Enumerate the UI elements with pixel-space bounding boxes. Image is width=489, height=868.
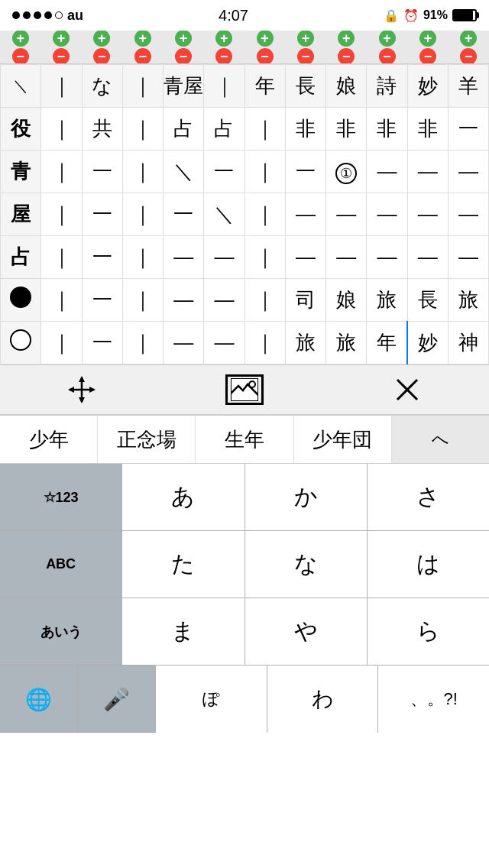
add-col-2[interactable]: + <box>53 31 70 47</box>
cell-6-1[interactable]: ｜ <box>41 322 82 364</box>
row-header-2[interactable]: 青 <box>1 151 41 193</box>
cell-6-4[interactable]: — <box>164 322 204 364</box>
key-na[interactable]: な <box>245 531 368 598</box>
header-cell-8[interactable]: 娘 <box>326 65 367 108</box>
key-ma[interactable]: ま <box>122 598 244 665</box>
header-cell-10[interactable]: 妙 <box>407 65 448 108</box>
cell-2-4[interactable]: ＼ <box>164 151 204 193</box>
close-button[interactable] <box>388 371 426 409</box>
suggestion-4[interactable]: 少年団 <box>294 416 392 463</box>
key-star123[interactable]: ☆123 <box>0 464 122 530</box>
col-ctrl-11[interactable]: + − <box>407 31 448 64</box>
cell-2-8[interactable]: ① <box>326 151 367 193</box>
col-ctrl-4[interactable]: + − <box>122 31 163 64</box>
cell-2-11[interactable]: — <box>448 151 488 193</box>
header-cell-6[interactable]: 年 <box>244 65 285 108</box>
cell-1-10[interactable]: 非 <box>407 108 448 151</box>
cell-3-7[interactable]: — <box>285 193 325 236</box>
add-col-7[interactable]: + <box>257 31 274 47</box>
col-ctrl-1[interactable]: + − <box>0 31 40 64</box>
header-cell-3[interactable]: ｜ <box>122 65 163 108</box>
header-cell-1[interactable]: ｜ <box>41 65 82 108</box>
cell-4-4[interactable]: — <box>164 236 204 279</box>
cell-4-7[interactable]: — <box>285 236 325 279</box>
cell-4-8[interactable]: — <box>326 236 367 279</box>
cell-1-8[interactable]: 非 <box>326 108 367 151</box>
cell-2-2[interactable]: 一 <box>82 151 122 193</box>
key-globe[interactable]: 🌐 <box>0 666 78 733</box>
col-ctrl-2[interactable]: + − <box>40 31 81 64</box>
move-button[interactable] <box>63 371 101 409</box>
cell-3-3[interactable]: ｜ <box>122 193 163 236</box>
cell-3-5[interactable]: ＼ <box>204 193 244 236</box>
key-mic[interactable]: 🎤 <box>78 666 156 733</box>
col-ctrl-12[interactable]: + − <box>449 31 489 64</box>
col-ctrl-6[interactable]: + − <box>204 31 244 64</box>
row-header-6[interactable] <box>1 322 41 364</box>
cell-5-11[interactable]: 旅 <box>448 279 488 322</box>
key-ka[interactable]: か <box>245 464 368 530</box>
cell-3-1[interactable]: ｜ <box>41 193 82 236</box>
cell-6-7[interactable]: 旅 <box>285 322 325 364</box>
add-col-4[interactable]: + <box>134 31 151 47</box>
row-header-1[interactable]: 役 <box>1 108 41 151</box>
cell-1-1[interactable]: ｜ <box>41 108 82 151</box>
cell-6-11[interactable]: 神 <box>448 322 488 364</box>
cell-5-9[interactable]: 旅 <box>367 279 407 322</box>
cell-1-11[interactable]: 一 <box>448 108 488 151</box>
suggestion-1[interactable]: 少年 <box>0 416 98 463</box>
header-cell-2[interactable]: な <box>82 65 122 108</box>
cell-4-10[interactable]: — <box>407 236 448 279</box>
suggestion-2[interactable]: 正念場 <box>98 416 196 463</box>
suggestion-3[interactable]: 生年 <box>196 416 293 463</box>
cell-5-3[interactable]: ｜ <box>122 279 163 322</box>
col-ctrl-8[interactable]: + − <box>285 31 325 64</box>
remove-col-5[interactable]: − <box>175 48 192 65</box>
remove-col-12[interactable]: − <box>460 48 477 65</box>
cell-6-5[interactable]: — <box>204 322 244 364</box>
cell-6-8[interactable]: 旅 <box>326 322 367 364</box>
remove-col-1[interactable]: − <box>12 48 29 65</box>
key-punct[interactable]: 、。?! <box>378 666 489 733</box>
row-header-3[interactable]: 屋 <box>1 193 41 236</box>
cell-3-2[interactable]: 一 <box>82 193 122 236</box>
add-col-12[interactable]: + <box>460 31 477 47</box>
cell-2-5[interactable]: 一 <box>204 151 244 193</box>
header-cell-9[interactable]: 詩 <box>367 65 407 108</box>
col-ctrl-10[interactable]: + − <box>367 31 407 64</box>
cell-1-9[interactable]: 非 <box>367 108 407 151</box>
remove-col-11[interactable]: − <box>419 48 436 65</box>
row-header-4[interactable]: 占 <box>1 236 41 279</box>
key-ta[interactable]: た <box>122 531 244 598</box>
key-po[interactable]: ぽ <box>156 666 267 733</box>
add-col-9[interactable]: + <box>338 31 355 47</box>
cell-5-2[interactable]: 一 <box>82 279 122 322</box>
remove-col-4[interactable]: − <box>134 48 151 65</box>
add-col-6[interactable]: + <box>215 31 232 47</box>
add-col-5[interactable]: + <box>175 31 192 47</box>
cell-3-8[interactable]: — <box>326 193 367 236</box>
cell-2-10[interactable]: — <box>407 151 448 193</box>
col-ctrl-3[interactable]: + − <box>82 31 122 64</box>
header-cell-11[interactable]: 羊 <box>448 65 488 108</box>
cell-1-7[interactable]: 非 <box>285 108 325 151</box>
remove-col-9[interactable]: − <box>338 48 355 65</box>
cell-6-9[interactable]: 年 <box>367 322 407 364</box>
cell-6-10[interactable]: 妙 <box>407 322 448 364</box>
cell-2-6[interactable]: ｜ <box>244 151 285 193</box>
col-ctrl-7[interactable]: + − <box>244 31 285 64</box>
add-col-10[interactable]: + <box>379 31 396 47</box>
add-col-11[interactable]: + <box>419 31 436 47</box>
cell-5-4[interactable]: — <box>164 279 204 322</box>
cell-6-2[interactable]: 一 <box>82 322 122 364</box>
cell-5-6[interactable]: ｜ <box>244 279 285 322</box>
key-aiueo[interactable]: あいう <box>0 598 122 665</box>
cell-4-11[interactable]: — <box>448 236 488 279</box>
remove-col-6[interactable]: − <box>215 48 232 65</box>
cell-2-1[interactable]: ｜ <box>41 151 82 193</box>
cell-6-6[interactable]: ｜ <box>244 322 285 364</box>
remove-col-2[interactable]: − <box>53 48 70 65</box>
key-ra[interactable]: ら <box>368 598 489 665</box>
cell-5-5[interactable]: — <box>204 279 244 322</box>
cell-1-5[interactable]: 占 <box>204 108 244 151</box>
